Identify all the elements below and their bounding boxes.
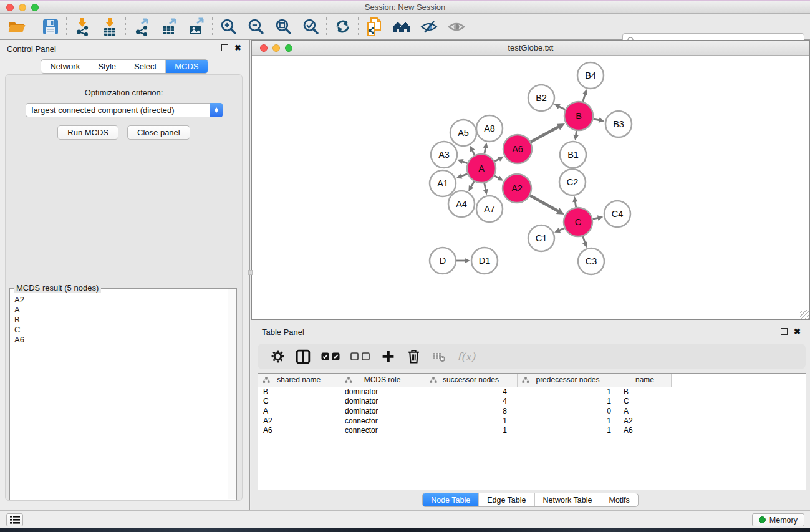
select-all-checkboxes-icon[interactable] bbox=[321, 348, 340, 365]
tab-motifs[interactable]: Motifs bbox=[600, 493, 637, 506]
graph-edge-B-B4[interactable] bbox=[583, 94, 586, 102]
graph-node-label-C1: C1 bbox=[536, 233, 547, 243]
trash-icon[interactable] bbox=[406, 348, 421, 365]
export-image-icon[interactable] bbox=[186, 16, 207, 37]
mcds-result-item[interactable]: A bbox=[14, 305, 228, 315]
mcds-result-box: MCDS result (5 nodes) A2ABCA6 bbox=[9, 288, 237, 500]
attribute-tree-icon bbox=[430, 377, 437, 385]
graph-edge-A-A3[interactable] bbox=[462, 162, 467, 163]
network-canvas[interactable]: AA1A2A3A4A5A6A7A8BB1B2B3B4CC1C2C3C4DD1 bbox=[252, 56, 809, 319]
gear-icon[interactable] bbox=[270, 348, 285, 365]
graph-edge-A-A6[interactable] bbox=[494, 159, 499, 162]
zoom-in-icon[interactable] bbox=[218, 16, 239, 37]
window-titlebar: Session: New Session bbox=[0, 1, 810, 14]
mcds-result-item[interactable]: A2 bbox=[14, 295, 228, 305]
column-header-successor-nodes[interactable]: successor nodes bbox=[425, 374, 517, 387]
graph-edge-arrowhead bbox=[483, 143, 488, 149]
zoom-out-icon[interactable] bbox=[245, 16, 266, 37]
mcds-list-scrollbar[interactable] bbox=[228, 289, 236, 499]
network-window-titlebar[interactable]: testGlobe.txt bbox=[252, 41, 809, 56]
tab-mcds[interactable]: MCDS bbox=[166, 60, 207, 73]
tab-select[interactable]: Select bbox=[125, 60, 166, 73]
close-panel-button[interactable]: Close panel bbox=[127, 125, 190, 140]
import-table-icon[interactable] bbox=[99, 16, 120, 37]
main-toolbar bbox=[0, 14, 810, 40]
home-icon[interactable] bbox=[391, 16, 412, 37]
mcds-result-item[interactable]: B bbox=[14, 315, 228, 325]
tab-edge-table[interactable]: Edge Table bbox=[479, 493, 534, 506]
mcds-result-item[interactable]: C bbox=[14, 325, 228, 335]
table-close-icon[interactable]: ✖ bbox=[794, 328, 801, 335]
criterion-dropdown[interactable]: largest connected component (directed) bbox=[26, 103, 223, 117]
memory-button[interactable]: Memory bbox=[752, 513, 804, 526]
eye-icon[interactable] bbox=[446, 16, 467, 37]
zoom-selected-icon[interactable] bbox=[300, 16, 321, 37]
zoom-fit-icon[interactable] bbox=[272, 16, 294, 37]
graph-edge-A-A2[interactable] bbox=[494, 176, 499, 178]
add-column-icon[interactable] bbox=[380, 348, 395, 365]
graph-node-label-B1: B1 bbox=[567, 150, 579, 160]
graph-edge-B-B1[interactable] bbox=[576, 131, 576, 136]
graph-edge-A-A8[interactable] bbox=[485, 147, 486, 153]
table-row[interactable]: Cdominator41C bbox=[258, 397, 806, 407]
graph-edge-A6-B[interactable] bbox=[531, 127, 559, 142]
export-network-icon[interactable] bbox=[131, 16, 152, 37]
graph-edge-C-C1[interactable] bbox=[559, 228, 564, 231]
table-header-row: shared name MCDS role successor nodes pr… bbox=[258, 374, 806, 387]
graph-node-label-C4: C4 bbox=[612, 209, 624, 219]
graph-edge-A-A1[interactable] bbox=[461, 174, 468, 177]
graph-edge-B-B3[interactable] bbox=[594, 119, 600, 120]
float-panel-icon[interactable] bbox=[221, 44, 228, 51]
graph-edge-A2-C[interactable] bbox=[530, 196, 558, 211]
graph-node-label-A6: A6 bbox=[512, 144, 523, 154]
column-header-shared-name[interactable]: shared name bbox=[258, 374, 340, 387]
column-layout-icon[interactable] bbox=[296, 348, 311, 365]
memory-label: Memory bbox=[769, 516, 798, 525]
close-panel-icon[interactable]: ✖ bbox=[234, 44, 241, 51]
tab-style[interactable]: Style bbox=[89, 60, 125, 73]
open-folder-icon[interactable] bbox=[6, 16, 27, 37]
graph-node-label-B: B bbox=[576, 111, 582, 121]
refresh-icon[interactable] bbox=[332, 16, 353, 37]
splitpane-handle[interactable] bbox=[248, 270, 253, 275]
tab-network-table[interactable]: Network Table bbox=[535, 493, 601, 506]
application-window: Session: New Session bbox=[0, 0, 810, 532]
save-icon[interactable] bbox=[40, 16, 61, 37]
table-row[interactable]: A6connector11A6 bbox=[258, 425, 806, 435]
tab-network[interactable]: Network bbox=[41, 60, 89, 73]
tab-node-table[interactable]: Node Table bbox=[423, 493, 479, 506]
mcds-result-list: A2ABCA6 bbox=[11, 293, 228, 499]
desktop-background bbox=[0, 528, 810, 532]
task-history-button[interactable] bbox=[6, 513, 23, 526]
network-graph[interactable]: AA1A2A3A4A5A6A7A8BB1B2B3B4CC1C2C3C4DD1 bbox=[252, 56, 809, 319]
column-header-name[interactable]: name bbox=[619, 374, 671, 387]
mcds-result-item[interactable]: A6 bbox=[14, 335, 228, 345]
table-row[interactable]: A2connector11A2 bbox=[258, 416, 806, 426]
table-panel: Table Panel ✖ bbox=[251, 324, 810, 510]
graph-edge-A-A7[interactable] bbox=[485, 183, 486, 190]
eye-slash-icon[interactable] bbox=[418, 16, 440, 37]
table-float-icon[interactable] bbox=[781, 328, 788, 335]
graph-edge-B-B2[interactable] bbox=[559, 106, 565, 109]
graph-edge-A-A5[interactable] bbox=[472, 150, 475, 155]
resize-grip-icon[interactable] bbox=[800, 310, 809, 319]
column-header-predecessor-nodes[interactable]: predecessor nodes bbox=[517, 374, 619, 387]
import-network-icon[interactable] bbox=[72, 16, 93, 37]
run-mcds-button[interactable]: Run MCDS bbox=[57, 125, 118, 140]
graph-edge-C-C2[interactable] bbox=[575, 201, 576, 208]
delete-table-icon[interactable] bbox=[432, 348, 446, 365]
graph-node-label-A8: A8 bbox=[484, 123, 495, 133]
graph-edge-C-C4[interactable] bbox=[593, 218, 599, 219]
table-row[interactable]: Bdominator41B bbox=[258, 387, 806, 397]
column-header-mcds-role[interactable]: MCDS role bbox=[340, 374, 425, 387]
graph-edge-C-C3[interactable] bbox=[583, 236, 586, 243]
graph-edge-A-A4[interactable] bbox=[471, 181, 474, 187]
table-row[interactable]: Adominator80A bbox=[258, 406, 806, 416]
function-builder-icon[interactable]: f(x) bbox=[457, 348, 475, 365]
mcds-result-title: MCDS result (5 nodes) bbox=[14, 283, 101, 293]
session-document-icon[interactable] bbox=[364, 16, 385, 37]
optimization-criterion-label: Optimization criterion: bbox=[6, 88, 242, 97]
export-table-icon[interactable] bbox=[158, 16, 180, 37]
deselect-all-checkboxes-icon[interactable] bbox=[350, 348, 370, 365]
node-table-body: Bdominator41BCdominator41CAdominator80AA… bbox=[258, 387, 806, 435]
